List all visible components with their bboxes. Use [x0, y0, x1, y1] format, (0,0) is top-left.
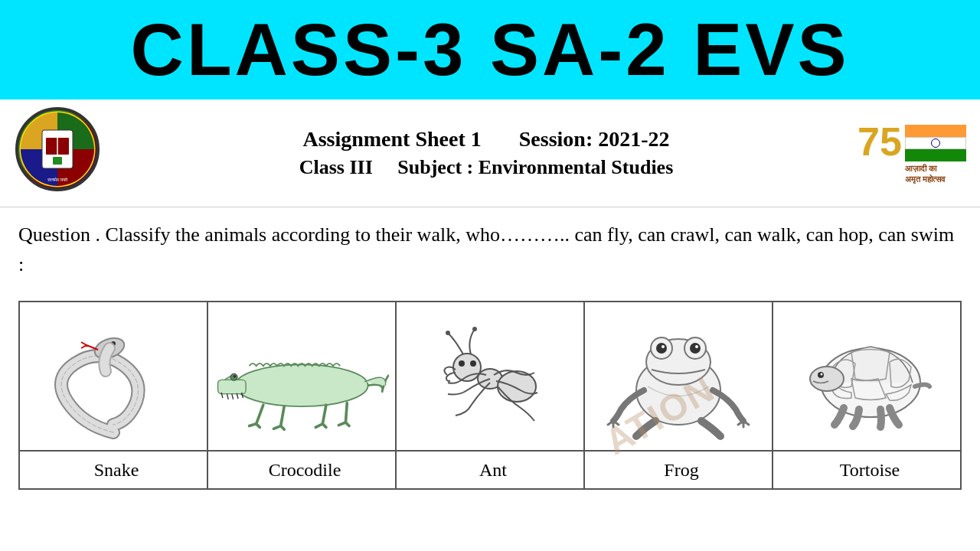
svg-rect-9 — [218, 380, 246, 393]
tortoise-name: Tortoise — [773, 451, 961, 489]
svg-point-17 — [446, 331, 450, 335]
subject-label: Subject : Environmental Studies — [397, 156, 673, 178]
header-title: CLASS-3 SA-2 EVS — [131, 13, 850, 86]
class-label: Class III — [299, 156, 373, 178]
session-label: Session: 2021-22 — [519, 127, 670, 151]
snake-cell — [19, 302, 207, 451]
crocodile-image — [214, 310, 389, 440]
svg-point-8 — [235, 364, 368, 406]
info-section: सत्यमेव जयते Assignment Sheet 1 Session:… — [0, 99, 980, 207]
svg-point-16 — [470, 360, 476, 367]
crocodile-name: Crocodile — [207, 451, 396, 489]
svg-point-30 — [821, 373, 823, 375]
animals-images-row — [19, 302, 961, 451]
ant-image — [403, 310, 577, 440]
svg-point-23 — [656, 343, 667, 354]
assignment-session-row: Assignment Sheet 1 Session: 2021-22 — [122, 127, 850, 152]
svg-point-24 — [690, 343, 701, 354]
svg-point-14 — [498, 371, 536, 402]
ant-name: Ant — [396, 451, 584, 489]
animals-names-row: Snake Crocodile Ant Frog Tortoise — [19, 451, 961, 489]
azadi-number: 75 — [858, 122, 902, 161]
snake-image — [26, 310, 201, 440]
svg-text:सत्यमेव जयते: सत्यमेव जयते — [47, 177, 69, 182]
header-banner: CLASS-3 SA-2 EVS — [0, 0, 980, 99]
azadi-text: आज़ादी काअमृत महोत्सव — [905, 163, 945, 185]
school-logo: सत्यमेव जयते — [15, 107, 107, 199]
class-subject-row: Class III Subject : Environmental Studie… — [122, 156, 850, 179]
svg-point-18 — [472, 327, 477, 331]
svg-point-15 — [459, 360, 465, 367]
india-flag — [905, 125, 966, 161]
svg-point-25 — [662, 345, 665, 348]
question-text: Question . Classify the animals accordin… — [18, 220, 962, 279]
frog-name: Frog — [584, 451, 773, 489]
svg-point-11 — [234, 375, 237, 378]
question-section: Question . Classify the animals accordin… — [0, 207, 980, 292]
ant-cell — [396, 302, 584, 451]
azadi-badge: 75 आज़ादी काअमृत महोत्सव — [858, 122, 965, 185]
svg-rect-4 — [53, 157, 62, 165]
tortoise-image — [779, 310, 954, 440]
assignment-label: Assignment Sheet 1 — [302, 127, 481, 151]
info-text-block: Assignment Sheet 1 Session: 2021-22 Clas… — [122, 127, 850, 179]
frog-image — [591, 310, 766, 440]
snake-name: Snake — [19, 451, 207, 489]
crocodile-cell — [207, 302, 396, 451]
svg-point-26 — [695, 345, 698, 348]
animals-table: Snake Crocodile Ant Frog Tortoise — [18, 301, 962, 490]
tortoise-cell — [773, 302, 961, 451]
svg-point-28 — [810, 367, 844, 391]
frog-cell — [584, 302, 773, 451]
